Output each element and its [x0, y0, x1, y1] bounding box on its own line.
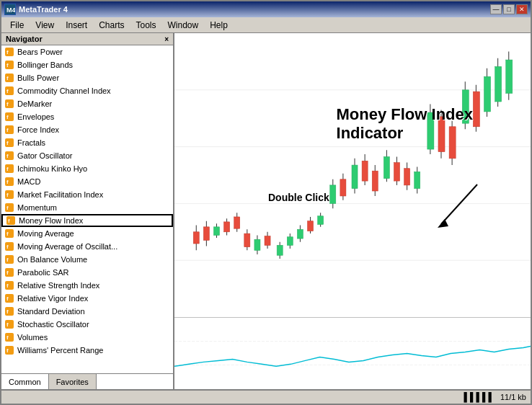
- indicator-icon: f: [4, 177, 14, 187]
- nav-item-on-balance-volume[interactable]: f On Balance Volume: [1, 253, 173, 266]
- main-area: Navigator × f Bears Power f Bollinger Ba…: [1, 33, 531, 389]
- indicator-icon: f: [4, 73, 14, 83]
- status-info: 11/1 kb: [500, 393, 526, 401]
- close-button[interactable]: ✕: [516, 4, 528, 14]
- svg-text:f: f: [6, 140, 9, 146]
- indicator-icon: f: [4, 151, 14, 161]
- svg-text:f: f: [8, 218, 10, 224]
- svg-rect-90: [372, 171, 378, 191]
- svg-text:f: f: [6, 153, 9, 159]
- indicator-icon: f: [4, 319, 14, 329]
- svg-text:M4: M4: [6, 6, 15, 14]
- maximize-button[interactable]: □: [503, 4, 515, 14]
- indicator-icon: f: [4, 60, 14, 70]
- window-title: MetaTrader 4: [19, 5, 68, 14]
- menu-charts[interactable]: Charts: [93, 19, 130, 32]
- svg-rect-80: [318, 216, 324, 225]
- menu-help[interactable]: Help: [204, 19, 234, 32]
- indicator-area: [174, 317, 531, 389]
- nav-item-williams-percent[interactable]: f Williams' Percent Range: [1, 344, 173, 357]
- indicator-icon: f: [4, 138, 14, 148]
- nav-item-bulls-power[interactable]: f Bulls Power: [1, 71, 173, 84]
- svg-text:f: f: [6, 101, 9, 107]
- svg-rect-78: [307, 221, 313, 231]
- status-icon: ▌▌▌▌▌: [464, 392, 495, 402]
- svg-text:f: f: [6, 62, 9, 68]
- menu-window[interactable]: Window: [162, 19, 205, 32]
- navigator-list[interactable]: f Bears Power f Bollinger Bands f Bulls …: [1, 45, 173, 373]
- indicator-icon: f: [4, 47, 14, 57]
- indicator-icon: f: [4, 345, 14, 355]
- navigator-tabs: Common Favorites: [1, 373, 173, 389]
- indicator-icon: f: [4, 125, 14, 135]
- svg-rect-112: [495, 66, 502, 102]
- svg-rect-92: [384, 157, 389, 179]
- svg-rect-74: [287, 237, 293, 246]
- svg-text:f: f: [6, 295, 9, 302]
- nav-item-bears-power[interactable]: f Bears Power: [1, 45, 173, 58]
- nav-item-momentum[interactable]: f Momentum: [1, 201, 173, 214]
- nav-item-commodity-channel-index[interactable]: f Commodity Channel Index: [1, 84, 173, 97]
- menu-tools[interactable]: Tools: [130, 19, 162, 32]
- svg-rect-68: [254, 239, 260, 250]
- svg-rect-58: [203, 227, 209, 241]
- menu-file[interactable]: File: [4, 19, 30, 32]
- svg-rect-94: [394, 163, 399, 181]
- chart-canvas[interactable]: Money Flow IndexIndicator Double Click: [174, 33, 531, 317]
- nav-item-bollinger-bands[interactable]: f Bollinger Bands: [1, 58, 173, 71]
- candlestick-chart: [174, 33, 531, 317]
- menu-insert[interactable]: Insert: [60, 19, 93, 32]
- nav-item-moving-average[interactable]: f Moving Average: [1, 227, 173, 240]
- svg-rect-82: [330, 185, 336, 203]
- svg-rect-56: [193, 232, 199, 244]
- minimize-button[interactable]: —: [490, 4, 502, 14]
- indicator-icon: f: [6, 215, 16, 226]
- nav-item-envelopes[interactable]: f Envelopes: [1, 110, 173, 123]
- svg-rect-60: [213, 227, 219, 236]
- svg-text:f: f: [6, 179, 9, 185]
- nav-item-demarker[interactable]: f DeMarker: [1, 97, 173, 110]
- svg-text:f: f: [6, 114, 9, 120]
- nav-item-ichimoku[interactable]: f Ichimoku Kinko Hyo: [1, 162, 173, 175]
- chart-area[interactable]: Money Flow IndexIndicator Double Click: [174, 33, 531, 389]
- navigator-close-button[interactable]: ×: [164, 35, 169, 43]
- nav-item-moving-avg-oscillator[interactable]: f Moving Average of Oscillat...: [1, 240, 173, 253]
- svg-text:f: f: [6, 192, 9, 198]
- tab-favorites[interactable]: Favorites: [49, 374, 97, 389]
- nav-item-macd[interactable]: f MACD: [1, 175, 173, 188]
- indicator-icon: f: [4, 202, 14, 213]
- indicator-icon: f: [4, 164, 14, 174]
- nav-item-market-facilitation[interactable]: f Market Facilitation Index: [1, 188, 173, 201]
- nav-item-relative-vigor[interactable]: f Relative Vigor Index: [1, 292, 173, 305]
- indicator-icon: f: [4, 267, 14, 277]
- menu-view[interactable]: View: [30, 19, 60, 32]
- tab-common[interactable]: Common: [1, 374, 49, 389]
- nav-item-fractals[interactable]: f Fractals: [1, 136, 173, 149]
- nav-item-volumes[interactable]: f Volumes: [1, 331, 173, 344]
- svg-rect-114: [506, 60, 513, 93]
- svg-rect-76: [297, 229, 303, 239]
- svg-rect-64: [234, 217, 240, 228]
- nav-item-force-index[interactable]: f Force Index: [1, 123, 173, 136]
- double-click-label: Double Click: [268, 192, 329, 203]
- nav-item-money-flow-index[interactable]: f Money Flow Index: [1, 214, 173, 227]
- indicator-icon: f: [4, 241, 14, 252]
- nav-item-parabolic-sar[interactable]: f Parabolic SAR: [1, 266, 173, 279]
- svg-rect-66: [244, 233, 250, 247]
- title-bar-left: M4 MetaTrader 4: [4, 4, 68, 15]
- svg-rect-86: [352, 165, 358, 188]
- svg-rect-84: [340, 179, 346, 196]
- nav-item-gator-oscillator[interactable]: f Gator Oscillator: [1, 149, 173, 162]
- app-icon: M4: [4, 4, 16, 15]
- svg-text:f: f: [6, 347, 9, 354]
- svg-text:f: f: [6, 205, 9, 211]
- navigator-label: Navigator: [6, 35, 43, 43]
- title-controls: — □ ✕: [490, 4, 528, 14]
- svg-text:f: f: [6, 334, 9, 341]
- indicator-icon: f: [4, 86, 14, 96]
- svg-rect-108: [473, 92, 479, 127]
- nav-item-standard-deviation[interactable]: f Standard Deviation: [1, 305, 173, 318]
- svg-text:f: f: [6, 321, 9, 328]
- nav-item-relative-strength[interactable]: f Relative Strength Index: [1, 279, 173, 292]
- nav-item-stochastic-oscillator[interactable]: f Stochastic Oscillator: [1, 318, 173, 331]
